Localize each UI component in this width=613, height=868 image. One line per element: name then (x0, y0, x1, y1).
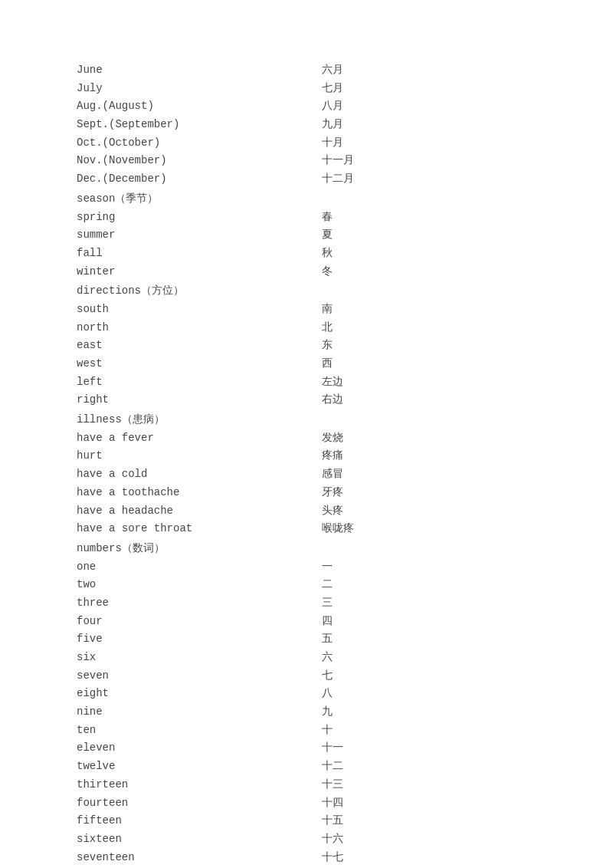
chinese-term: 右边 (322, 392, 343, 409)
vocab-row: have a headache头疼 (77, 502, 536, 521)
chinese-term: 疼痛 (322, 448, 343, 465)
english-term: season（季节） (77, 191, 322, 208)
chinese-term: 十二 (322, 758, 343, 775)
vocab-row: six六 (77, 649, 536, 667)
chinese-term: 十一 (322, 740, 343, 757)
english-term: fall (77, 245, 322, 262)
english-term: four (77, 613, 322, 630)
chinese-term: 六 (322, 649, 333, 666)
english-term: have a sore throat (77, 521, 322, 538)
chinese-term: 九 (322, 704, 333, 721)
vocabulary-table: June六月July七月Aug.(August)八月Sept.(Septembe… (77, 61, 536, 866)
vocab-row: sixteen十六 (77, 830, 536, 849)
vocab-row: have a fever发烧 (77, 429, 536, 448)
chinese-term: 喉咙疼 (322, 521, 354, 538)
english-term: have a fever (77, 430, 322, 447)
vocab-row: summer夏 (77, 226, 536, 245)
vocab-row: spring春 (77, 209, 536, 227)
vocab-row: Oct.(October)十月 (77, 134, 536, 153)
english-term: eleven (77, 740, 322, 757)
chinese-term: 左边 (322, 374, 343, 391)
vocab-row: eleven十一 (77, 739, 536, 758)
chinese-term: 五 (322, 631, 333, 648)
chinese-term: 西 (322, 356, 333, 373)
vocab-row: nine九 (77, 703, 536, 722)
english-term: seventeen (77, 850, 322, 866)
english-term: three (77, 595, 322, 612)
chinese-term: 十三 (322, 777, 343, 794)
chinese-term: 十月 (322, 135, 343, 152)
english-term: sixteen (77, 831, 322, 848)
english-term: east (77, 337, 322, 354)
english-term: illness（患病） (77, 412, 322, 429)
chinese-term: 牙疼 (322, 485, 343, 501)
vocab-row: twelve十二 (77, 758, 536, 776)
english-term: west (77, 356, 322, 373)
vocab-row: fifteen十五 (77, 812, 536, 830)
chinese-term: 十六 (322, 831, 343, 848)
vocab-row: three三 (77, 594, 536, 613)
english-term: Dec.(December) (77, 171, 322, 188)
chinese-term: 冬 (322, 264, 333, 281)
vocab-row: winter冬 (77, 263, 536, 281)
english-term: north (77, 320, 322, 337)
english-term: spring (77, 209, 322, 226)
chinese-term: 四 (322, 613, 333, 630)
chinese-term: 二 (322, 577, 333, 593)
vocab-row: north北 (77, 319, 536, 337)
chinese-term: 八 (322, 686, 333, 702)
english-term: fifteen (77, 813, 322, 830)
english-term: seven (77, 668, 322, 685)
vocab-row: fall秋 (77, 245, 536, 263)
vocab-row: Nov.(November)十一月 (77, 152, 536, 170)
chinese-term: 秋 (322, 245, 333, 262)
english-term: directions（方位） (77, 283, 322, 300)
english-term: right (77, 392, 322, 409)
chinese-term: 夏 (322, 227, 333, 244)
english-term: July (77, 81, 322, 97)
chinese-term: 八月 (322, 98, 343, 115)
english-term: ten (77, 722, 322, 739)
vocab-row: June六月 (77, 61, 536, 80)
vocab-row: south南 (77, 301, 536, 319)
english-term: south (77, 301, 322, 318)
english-term: have a toothache (77, 485, 322, 501)
english-term: thirteen (77, 777, 322, 794)
english-term: twelve (77, 758, 322, 775)
section-header: season（季节） (77, 190, 536, 209)
vocab-row: two二 (77, 576, 536, 594)
english-term: Nov.(November) (77, 153, 322, 169)
english-term: fourteen (77, 795, 322, 812)
english-term: Aug.(August) (77, 98, 322, 115)
vocab-row: one一 (77, 558, 536, 577)
vocab-row: thirteen十三 (77, 776, 536, 794)
vocab-row: July七月 (77, 80, 536, 98)
vocab-row: left左边 (77, 373, 536, 392)
chinese-term: 十二月 (322, 171, 354, 188)
vocab-row: west西 (77, 355, 536, 373)
chinese-term: 南 (322, 301, 333, 318)
chinese-term: 六月 (322, 62, 343, 79)
chinese-term: 三 (322, 595, 333, 612)
vocab-row: Aug.(August)八月 (77, 97, 536, 116)
english-term: summer (77, 227, 322, 244)
chinese-term: 东 (322, 337, 333, 354)
english-term: nine (77, 704, 322, 721)
vocab-row: four四 (77, 613, 536, 631)
vocab-row: hurt疼痛 (77, 447, 536, 465)
chinese-term: 七 (322, 668, 333, 685)
chinese-term: 七月 (322, 81, 343, 97)
vocab-row: fourteen十四 (77, 794, 536, 813)
chinese-term: 北 (322, 320, 333, 337)
vocab-row: right右边 (77, 391, 536, 409)
vocab-row: seventeen十七 (77, 849, 536, 867)
english-term: left (77, 374, 322, 391)
chinese-term: 九月 (322, 117, 343, 133)
section-header: illness（患病） (77, 411, 536, 429)
english-term: two (77, 577, 322, 593)
english-term: winter (77, 264, 322, 281)
chinese-term: 感冒 (322, 466, 343, 483)
english-term: have a cold (77, 466, 322, 483)
chinese-term: 一 (322, 559, 333, 576)
vocab-row: have a sore throat喉咙疼 (77, 520, 536, 538)
